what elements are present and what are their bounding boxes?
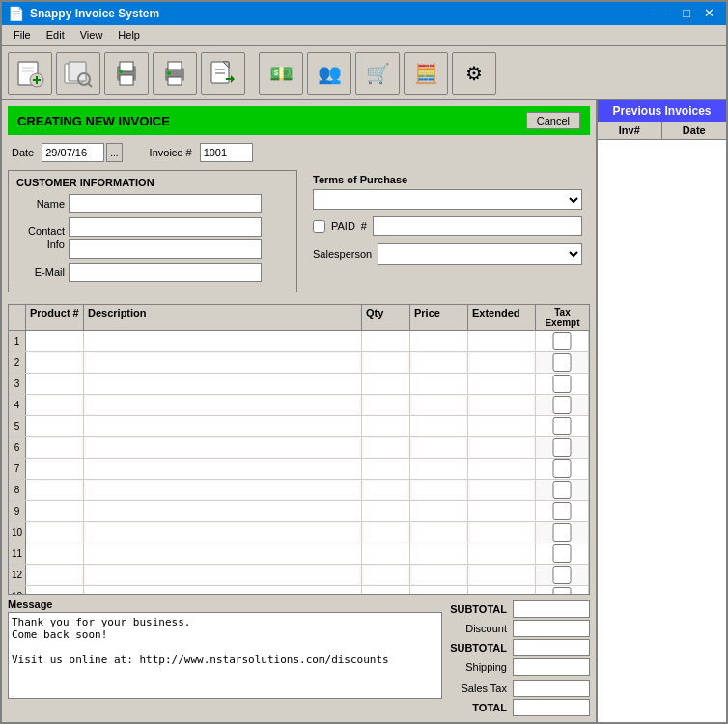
description-cell-5[interactable]	[84, 416, 362, 436]
price-cell-11[interactable]	[410, 543, 468, 564]
tax-exempt-checkbox-5[interactable]	[538, 417, 586, 435]
price-cell-9[interactable]	[410, 501, 468, 521]
description-input-3[interactable]	[86, 375, 359, 393]
salesperson-select[interactable]	[378, 243, 582, 265]
tax-exempt-checkbox-13[interactable]	[538, 587, 586, 595]
description-cell-2[interactable]	[84, 352, 362, 373]
qty-input-4[interactable]	[364, 396, 407, 414]
price-cell-2[interactable]	[410, 352, 468, 373]
tax-exempt-checkbox-12[interactable]	[538, 566, 586, 584]
date-input[interactable]	[42, 143, 104, 162]
product-num-cell-2[interactable]	[26, 352, 84, 373]
product-num-cell-5[interactable]	[26, 416, 84, 436]
view-invoices-button[interactable]	[56, 52, 100, 95]
tax-exempt-cell-13[interactable]	[536, 586, 589, 595]
extended-input-5[interactable]	[470, 417, 533, 435]
qty-input-9[interactable]	[364, 502, 407, 520]
product-num-cell-1[interactable]	[26, 331, 84, 351]
paid-checkbox[interactable]	[313, 220, 325, 233]
extended-cell-10[interactable]	[468, 522, 536, 543]
minimize-button[interactable]: —	[651, 5, 675, 22]
extended-cell-8[interactable]	[468, 480, 536, 500]
description-cell-12[interactable]	[84, 565, 362, 585]
extended-cell-9[interactable]	[468, 501, 536, 521]
terms-select[interactable]: Net 30 Net 60 Due on Receipt COD	[313, 189, 582, 210]
contact-input-2[interactable]	[69, 239, 262, 259]
product-num-input-8[interactable]	[28, 481, 81, 499]
email-input[interactable]	[69, 263, 262, 282]
qty-cell-4[interactable]	[362, 395, 410, 415]
qty-input-6[interactable]	[364, 438, 407, 457]
qty-cell-5[interactable]	[362, 416, 410, 436]
product-num-input-9[interactable]	[28, 502, 81, 520]
tax-exempt-checkbox-1[interactable]	[538, 332, 586, 350]
extended-input-8[interactable]	[470, 481, 533, 499]
product-num-input-4[interactable]	[28, 396, 81, 414]
price-cell-6[interactable]	[410, 437, 468, 458]
qty-input-11[interactable]	[364, 544, 407, 563]
qty-input-13[interactable]	[364, 587, 407, 595]
price-cell-8[interactable]	[410, 480, 468, 500]
invoice-number-input[interactable]	[200, 143, 253, 162]
product-num-input-5[interactable]	[28, 417, 81, 435]
product-num-cell-9[interactable]	[26, 501, 84, 521]
tax-exempt-cell-4[interactable]	[536, 395, 589, 415]
product-num-input-7[interactable]	[28, 459, 81, 478]
extended-input-12[interactable]	[470, 566, 533, 584]
paid-number-input[interactable]	[373, 216, 582, 236]
price-cell-12[interactable]	[410, 565, 468, 585]
extended-cell-1[interactable]	[468, 331, 536, 351]
description-cell-10[interactable]	[84, 522, 362, 543]
extended-input-1[interactable]	[470, 332, 533, 350]
price-input-8[interactable]	[412, 481, 465, 499]
product-num-input-2[interactable]	[28, 353, 81, 372]
tax-exempt-checkbox-7[interactable]	[538, 459, 586, 478]
print-preview-button[interactable]	[104, 52, 149, 95]
qty-cell-13[interactable]	[362, 586, 410, 595]
price-input-11[interactable]	[412, 544, 465, 563]
description-input-11[interactable]	[86, 544, 359, 563]
cart-button[interactable]: 🛒	[355, 52, 400, 95]
subtotal-input[interactable]	[513, 600, 590, 618]
qty-cell-11[interactable]	[362, 543, 410, 564]
customers-button[interactable]: 👥	[307, 52, 351, 95]
description-cell-8[interactable]	[84, 480, 362, 500]
price-input-5[interactable]	[412, 417, 465, 435]
description-input-13[interactable]	[86, 587, 359, 595]
qty-cell-12[interactable]	[362, 565, 410, 585]
qty-cell-6[interactable]	[362, 437, 410, 458]
tax-exempt-checkbox-11[interactable]	[538, 544, 586, 563]
description-input-9[interactable]	[86, 502, 359, 520]
cancel-button[interactable]: Cancel	[526, 112, 580, 129]
product-num-input-3[interactable]	[28, 375, 81, 393]
qty-cell-1[interactable]	[362, 331, 410, 351]
price-input-2[interactable]	[412, 353, 465, 372]
new-invoice-button[interactable]	[8, 52, 52, 95]
qty-cell-2[interactable]	[362, 352, 410, 373]
extended-cell-2[interactable]	[468, 352, 536, 373]
tax-exempt-checkbox-4[interactable]	[538, 396, 586, 414]
name-input[interactable]	[69, 194, 262, 213]
tax-exempt-cell-2[interactable]	[536, 352, 589, 373]
qty-cell-10[interactable]	[362, 522, 410, 543]
qty-input-3[interactable]	[364, 375, 407, 393]
product-num-input-12[interactable]	[28, 566, 81, 584]
extended-cell-11[interactable]	[468, 543, 536, 564]
product-num-cell-4[interactable]	[26, 395, 84, 415]
price-cell-7[interactable]	[410, 459, 468, 479]
qty-input-8[interactable]	[364, 481, 407, 499]
tax-exempt-cell-7[interactable]	[536, 459, 589, 479]
tax-exempt-cell-12[interactable]	[536, 565, 589, 585]
product-num-cell-13[interactable]	[26, 586, 84, 595]
price-input-13[interactable]	[412, 587, 465, 595]
description-cell-11[interactable]	[84, 543, 362, 564]
description-input-1[interactable]	[86, 332, 359, 350]
tax-exempt-cell-10[interactable]	[536, 522, 589, 543]
description-input-8[interactable]	[86, 481, 359, 499]
extended-cell-6[interactable]	[468, 437, 536, 458]
qty-cell-8[interactable]	[362, 480, 410, 500]
tax-exempt-checkbox-3[interactable]	[538, 375, 586, 393]
price-input-10[interactable]	[412, 523, 465, 542]
product-num-input-10[interactable]	[28, 523, 81, 542]
description-cell-4[interactable]	[84, 395, 362, 415]
